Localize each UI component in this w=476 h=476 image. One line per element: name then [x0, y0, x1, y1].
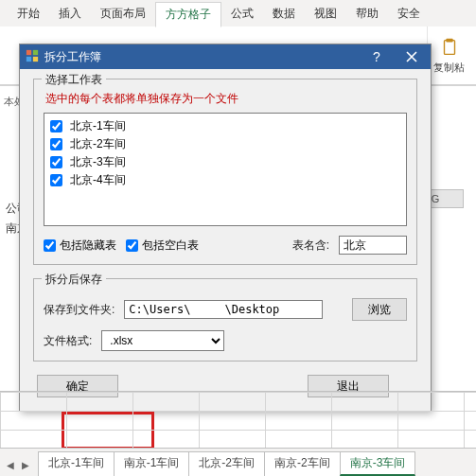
svg-rect-1 — [446, 39, 452, 43]
table-name-label: 表名含: — [292, 238, 329, 254]
app-icon — [26, 49, 39, 65]
list-item[interactable]: 北京-1车间 — [50, 117, 400, 135]
sheet-tab[interactable]: 南京-2车间 — [264, 451, 341, 476]
nav-next-icon[interactable]: ▶ — [19, 457, 32, 472]
copy-group-label: 复制粘 — [433, 61, 465, 75]
options-row: 包括隐藏表 包括空白表 表名含: — [44, 236, 407, 255]
folder-row: 保存到文件夹: 浏览 — [44, 298, 407, 321]
list-item-checkbox[interactable] — [50, 120, 62, 132]
include-hidden-checkbox[interactable]: 包括隐藏表 — [44, 238, 116, 254]
include-hidden-label: 包括隐藏表 — [60, 238, 116, 254]
list-item-checkbox[interactable] — [50, 156, 62, 168]
copy-paste-group[interactable]: 复制粘 — [427, 26, 470, 84]
svg-rect-3 — [33, 49, 38, 54]
select-sheets-title: 选择工作表 — [42, 72, 106, 88]
save-group: 拆分后保存 保存到文件夹: 浏览 文件格式: .xlsx — [33, 278, 417, 361]
ribbon-tab[interactable]: 公式 — [221, 2, 263, 26]
dialog-titlebar[interactable]: 拆分工作簿 ? — [20, 44, 431, 69]
sheet-tab-bar: ◀ ▶ 北京-1车间南京-1车间北京-2车间南京-2车间南京-3车间 — [0, 448, 476, 476]
close-button[interactable] — [393, 44, 431, 69]
help-button[interactable]: ? — [361, 44, 393, 69]
dialog-body: 选择工作表 选中的每个表都将单独保存为一个文件 北京-1车间北京-2车间北京-3… — [20, 69, 431, 411]
save-folder-label: 保存到文件夹: — [44, 302, 115, 318]
ribbon-tab[interactable]: 帮助 — [346, 2, 388, 26]
browse-button[interactable]: 浏览 — [352, 298, 407, 321]
list-item-label: 北京-3车间 — [70, 154, 126, 170]
sheet-tab[interactable]: 北京-2车间 — [188, 451, 265, 476]
ribbon-tab[interactable]: 插入 — [49, 2, 91, 26]
list-item[interactable]: 北京-2车间 — [50, 135, 400, 153]
list-item-label: 北京-4车间 — [70, 172, 126, 188]
grid-background — [0, 391, 476, 448]
file-format-select[interactable]: .xlsx — [101, 330, 224, 351]
list-item-checkbox[interactable] — [50, 138, 62, 150]
clipboard-icon — [438, 36, 461, 59]
list-item-checkbox[interactable] — [50, 174, 62, 186]
select-sheets-group: 选择工作表 选中的每个表都将单独保存为一个文件 北京-1车间北京-2车间北京-3… — [33, 79, 417, 265]
ribbon-tab[interactable]: 开始 — [8, 2, 49, 26]
ribbon-tab[interactable]: 数据 — [263, 2, 305, 26]
hint-text: 选中的每个表都将单独保存为一个文件 — [45, 91, 407, 107]
save-group-title: 拆分后保存 — [42, 272, 106, 288]
split-workbook-dialog: 拆分工作簿 ? 选择工作表 选中的每个表都将单独保存为一个文件 北京-1车间北京… — [19, 44, 432, 412]
ribbon-tab[interactable]: 页面布局 — [91, 2, 155, 26]
include-blank-label: 包括空白表 — [142, 238, 199, 254]
file-format-label: 文件格式: — [44, 333, 92, 349]
svg-rect-0 — [444, 41, 454, 55]
ribbon-tab[interactable]: 方方格子 — [155, 2, 221, 27]
sheet-list[interactable]: 北京-1车间北京-2车间北京-3车间北京-4车间 — [44, 113, 407, 226]
include-blank-checkbox[interactable]: 包括空白表 — [126, 238, 199, 254]
ribbon-tab[interactable]: 视图 — [305, 2, 346, 26]
ribbon-tab[interactable]: 安全 — [388, 2, 430, 26]
svg-rect-5 — [33, 56, 38, 61]
list-item-label: 北京-1车间 — [70, 118, 126, 134]
ribbon-tabs: 开始插入页面布局方方格子公式数据视图帮助安全 — [0, 0, 476, 26]
list-item[interactable]: 北京-4车间 — [50, 171, 400, 189]
svg-rect-2 — [26, 49, 31, 54]
nav-prev-icon[interactable]: ◀ — [4, 457, 17, 472]
sheet-tab[interactable]: 南京-3车间 — [340, 451, 416, 476]
svg-rect-4 — [26, 56, 31, 61]
save-folder-input[interactable] — [124, 300, 323, 319]
list-item-label: 北京-2车间 — [70, 136, 126, 152]
sheet-tab[interactable]: 北京-1车间 — [38, 451, 115, 476]
sheet-tab[interactable]: 南京-1车间 — [114, 451, 190, 476]
sheet-nav: ◀ ▶ — [4, 457, 32, 472]
list-item[interactable]: 北京-3车间 — [50, 153, 400, 171]
table-name-input[interactable] — [339, 236, 407, 255]
format-row: 文件格式: .xlsx — [44, 330, 407, 351]
dialog-title: 拆分工作簿 — [44, 49, 361, 65]
